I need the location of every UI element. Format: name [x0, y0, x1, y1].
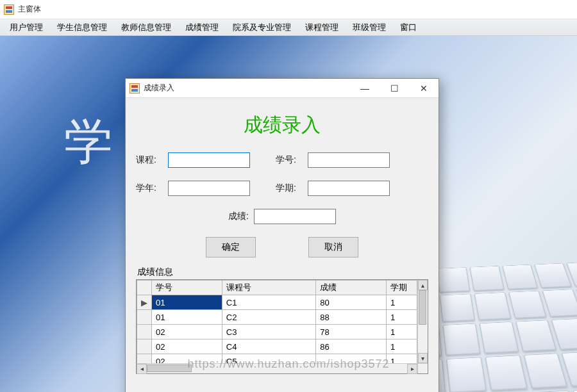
dialog-heading: 成绩录入 [136, 112, 428, 138]
maximize-button[interactable]: ☐ [380, 79, 409, 98]
label-sid: 学号: [276, 154, 308, 166]
grid-title: 成绩信息 [137, 266, 428, 278]
client-area: 学 理系统 enter shift 成绩录入 ― ☐ ✕ 成绩录入 课程: [0, 36, 577, 392]
table-row[interactable]: 02C4861 [137, 339, 417, 354]
grid-h-scrollbar[interactable]: ◂ ▸ [137, 363, 417, 373]
row-header [137, 325, 152, 339]
scroll-corner [417, 363, 428, 373]
row-header [137, 339, 152, 354]
menu-score-mgmt[interactable]: 成绩管理 [178, 22, 226, 33]
col-course[interactable]: 课程号 [222, 281, 315, 295]
dialog-score-entry: 成绩录入 ― ☐ ✕ 成绩录入 课程: 学号: 学年: 学期: [125, 78, 439, 392]
main-window-titlebar: 主窗体 [0, 0, 577, 19]
col-term[interactable]: 学期 [387, 281, 417, 295]
combo-sid[interactable] [308, 152, 390, 168]
menu-course-mgmt[interactable]: 课程管理 [298, 22, 346, 33]
cell-sid[interactable]: 02 [152, 325, 222, 339]
cell-term[interactable]: 1 [387, 295, 417, 310]
label-term: 学期: [276, 183, 308, 194]
label-course: 课程: [136, 154, 168, 166]
combo-course[interactable] [168, 152, 250, 168]
score-grid[interactable]: 学号 课程号 成绩 学期 ▶01C180101C288102C378102C48… [137, 280, 417, 369]
combo-year[interactable] [168, 181, 250, 196]
cell-score[interactable]: 78 [316, 325, 387, 339]
cancel-button[interactable]: 取消 [308, 237, 358, 257]
v-scroll-thumb[interactable] [419, 290, 426, 325]
table-row[interactable]: ▶01C1801 [137, 295, 417, 310]
scroll-right-icon[interactable]: ▸ [407, 364, 417, 374]
table-row[interactable]: 02C3781 [137, 325, 417, 339]
menu-department[interactable]: 院系及专业管理 [226, 22, 298, 33]
form-icon [130, 83, 140, 94]
cell-score[interactable]: 86 [316, 339, 387, 354]
scroll-down-icon[interactable]: ▾ [418, 353, 428, 363]
cell-term[interactable]: 1 [387, 339, 417, 354]
main-window-title: 主窗体 [18, 4, 41, 15]
ok-button[interactable]: 确定 [206, 237, 256, 257]
h-scroll-thumb[interactable] [147, 364, 192, 372]
label-score: 成绩: [228, 211, 249, 222]
combo-term[interactable] [308, 181, 390, 196]
menu-class-mgmt[interactable]: 班级管理 [346, 22, 393, 33]
menu-teacher-info[interactable]: 教师信息管理 [114, 22, 178, 33]
minimize-button[interactable]: ― [350, 79, 380, 98]
cell-course[interactable]: C4 [222, 339, 315, 354]
menu-window[interactable]: 窗口 [393, 22, 424, 33]
menu-student-info[interactable]: 学生信息管理 [50, 22, 114, 33]
grid-v-scrollbar[interactable]: ▴ ▾ [417, 280, 428, 363]
dialog-title: 成绩录入 [144, 83, 174, 94]
cell-course[interactable]: C2 [222, 310, 315, 325]
grid-wrap: 学号 课程号 成绩 学期 ▶01C180101C288102C378102C48… [136, 279, 428, 374]
row-header [137, 310, 152, 325]
menu-user-mgmt[interactable]: 用户管理 [3, 22, 50, 33]
table-row[interactable]: 01C2881 [137, 310, 417, 325]
cell-term[interactable]: 1 [387, 310, 417, 325]
label-year: 学年: [136, 183, 168, 194]
scroll-up-icon[interactable]: ▴ [418, 280, 428, 290]
menubar: 用户管理 学生信息管理 教师信息管理 成绩管理 院系及专业管理 课程管理 班级管… [0, 19, 577, 36]
col-score[interactable]: 成绩 [316, 281, 387, 295]
cell-score[interactable]: 88 [316, 310, 387, 325]
cell-sid[interactable]: 01 [152, 310, 222, 325]
cell-course[interactable]: C1 [222, 295, 315, 310]
close-button[interactable]: ✕ [409, 79, 439, 98]
cell-sid[interactable]: 01 [152, 295, 222, 310]
cell-sid[interactable]: 02 [152, 339, 222, 354]
form-icon [4, 4, 14, 15]
row-header: ▶ [137, 295, 152, 310]
col-sid[interactable]: 学号 [152, 281, 222, 295]
input-score[interactable] [254, 209, 336, 224]
cell-term[interactable]: 1 [387, 325, 417, 339]
dialog-titlebar[interactable]: 成绩录入 ― ☐ ✕ [126, 79, 439, 98]
cell-score[interactable]: 80 [316, 295, 387, 310]
cell-course[interactable]: C3 [222, 325, 315, 339]
grid-corner [137, 281, 152, 295]
scroll-left-icon[interactable]: ◂ [137, 364, 147, 374]
